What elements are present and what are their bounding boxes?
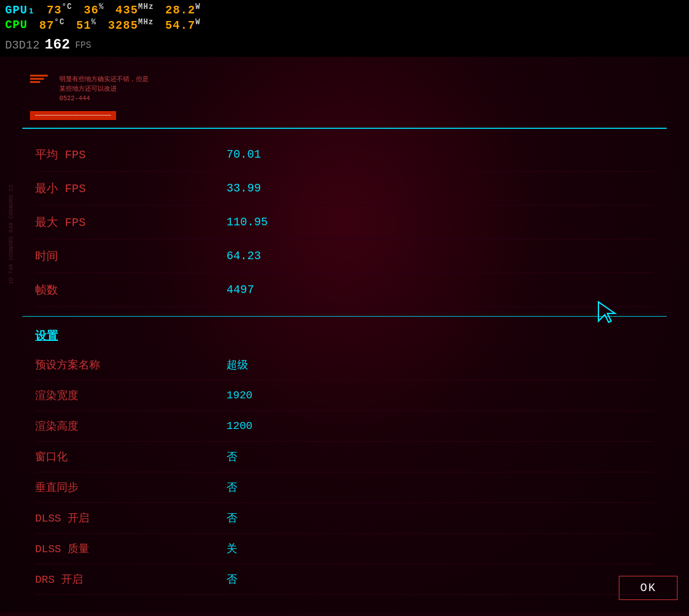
- setting-row: 窗口化 否: [35, 442, 654, 472]
- stat-label: 最小 FPS: [35, 181, 226, 196]
- stat-value: 110.95: [226, 216, 268, 229]
- stat-row: 最大 FPS 110.95: [35, 206, 654, 239]
- setting-row: 渲染宽度 1920: [35, 380, 654, 411]
- stat-row: 最小 FPS 33.99: [35, 172, 654, 206]
- cpu-label: CPU: [5, 19, 27, 31]
- stats-rows: 平均 FPS 70.01 最小 FPS 33.99 最大 FPS 110.95 …: [35, 138, 654, 307]
- ok-button[interactable]: OK: [619, 576, 678, 600]
- setting-row: DLSS 开启 否: [35, 503, 654, 534]
- fps-unit: FPS: [75, 40, 91, 50]
- gpu-percent: 36%: [84, 3, 104, 17]
- stat-row: 时间 64.23: [35, 239, 654, 273]
- gpu-mhz: 435MHz: [115, 3, 154, 17]
- panel-header: 明显有些地方确实还不错，但是 某些地方还可以改进 0522-444: [22, 70, 667, 109]
- stat-row: 帧数 4497: [35, 273, 654, 307]
- setting-row: 渲染高度 1200: [35, 411, 654, 442]
- setting-label: 预设方案名称: [35, 357, 226, 372]
- stat-value: 70.01: [226, 148, 261, 161]
- mid-cyan-divider: [22, 316, 667, 317]
- setting-row: 预设方案名称 超级: [35, 350, 654, 380]
- setting-row: 垂直同步 否: [35, 472, 654, 503]
- stat-label: 时间: [35, 248, 226, 264]
- title-line-3: 0522-444: [59, 94, 149, 103]
- stat-value: 33.99: [226, 182, 261, 195]
- logo-line-1: [30, 75, 48, 77]
- stats-section: 平均 FPS 70.01 最小 FPS 33.99 最大 FPS 110.95 …: [22, 131, 667, 313]
- stat-label: 平均 FPS: [35, 147, 226, 162]
- stat-label: 最大 FPS: [35, 214, 226, 230]
- setting-label: 垂直同步: [35, 480, 226, 495]
- dialog-panel: 明显有些地方确实还不错，但是 某些地方还可以改进 0522-444 ——————…: [22, 70, 667, 599]
- stat-row: 平均 FPS 70.01: [35, 138, 654, 172]
- stat-value: 4497: [226, 283, 254, 296]
- gpu-label: GPU₁: [5, 3, 35, 17]
- setting-value: 1920: [226, 389, 253, 402]
- settings-rows: 预设方案名称 超级 渲染宽度 1920 渲染高度 1200 窗口化 否 垂直同步…: [35, 350, 654, 595]
- cpu-temp: 87°C: [39, 18, 64, 32]
- cursor-icon: [596, 299, 619, 330]
- panel-title-text: 明显有些地方确实还不错，但是 某些地方还可以改进 0522-444: [59, 75, 149, 103]
- cpu-row: CPU 87°C 51% 3285MHz 54.7W: [5, 18, 684, 32]
- stat-value: 64.23: [226, 250, 261, 262]
- settings-title: 设置: [35, 324, 654, 347]
- setting-value: 否: [226, 511, 237, 525]
- panel-logo: [30, 75, 48, 83]
- ok-button-area: OK: [619, 576, 678, 600]
- logo-lines: [30, 75, 48, 83]
- red-tag: ——————————————————————: [30, 111, 116, 120]
- hud-bar: GPU₁ 73°C 36% 435MHz 28.2W CPU 87°C 51% …: [0, 0, 689, 34]
- setting-label: DLSS 开启: [35, 511, 226, 525]
- fps-value: 162: [45, 37, 70, 53]
- main-content: 1D 740 CONNORS 940 CONNORS C2 明显有些地方确实还不…: [0, 57, 689, 612]
- title-line-2: 某些地方还可以改进: [59, 84, 149, 94]
- setting-value: 否: [226, 480, 237, 495]
- gpu-row: GPU₁ 73°C 36% 435MHz 28.2W: [5, 3, 684, 17]
- fps-bar: D3D12 162 FPS: [0, 34, 689, 57]
- setting-value: 否: [226, 449, 237, 464]
- cpu-percent: 51%: [76, 18, 96, 32]
- logo-line-3: [30, 81, 40, 83]
- setting-row: DLSS 质量 关: [35, 534, 654, 564]
- stat-label: 帧数: [35, 282, 226, 297]
- setting-label: DLSS 质量: [35, 541, 226, 556]
- setting-row: DRS 开启 否: [35, 564, 654, 595]
- side-text-left: 1D 740 CONNORS 940 CONNORS C2: [8, 184, 16, 285]
- fps-api: D3D12: [5, 39, 40, 52]
- setting-value: 1200: [226, 420, 253, 432]
- red-tag-container: ——————————————————————: [22, 109, 667, 125]
- settings-section: 设置 预设方案名称 超级 渲染宽度 1920 渲染高度 1200 窗口化 否 垂…: [22, 319, 667, 600]
- setting-value: 否: [226, 572, 237, 587]
- setting-label: 渲染宽度: [35, 388, 226, 403]
- setting-label: 渲染高度: [35, 419, 226, 433]
- setting-value: 超级: [226, 357, 248, 372]
- gpu-watt: 28.2W: [165, 3, 200, 17]
- top-cyan-divider: [22, 128, 667, 129]
- cpu-mhz: 3285MHz: [108, 18, 154, 32]
- setting-label: DRS 开启: [35, 572, 226, 587]
- cpu-watt: 54.7W: [165, 18, 200, 32]
- gpu-temp: 73°C: [47, 3, 72, 17]
- setting-label: 窗口化: [35, 449, 226, 464]
- title-line-1: 明显有些地方确实还不错，但是: [59, 75, 149, 84]
- setting-value: 关: [226, 541, 237, 556]
- logo-line-2: [30, 78, 44, 80]
